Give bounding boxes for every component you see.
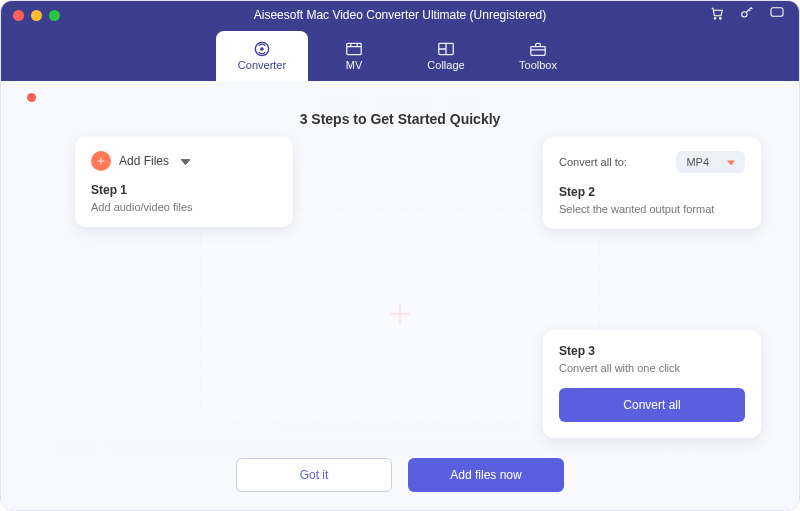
app-window: Aiseesoft Mac Video Converter Ultimate (… — [0, 0, 800, 511]
svg-rect-6 — [347, 43, 361, 54]
svg-point-5 — [261, 48, 263, 50]
add-plus-icon — [91, 151, 111, 171]
onboarding-overlay: 3 Steps to Get Started Quickly Add Files… — [1, 81, 799, 510]
chevron-down-icon — [181, 154, 190, 168]
svg-rect-8 — [531, 47, 545, 56]
minimize-window-button[interactable] — [31, 10, 42, 21]
window-controls — [1, 10, 60, 21]
step-3-card: Step 3 Convert all with one click Conver… — [543, 330, 761, 438]
app-title: Aiseesoft Mac Video Converter Ultimate (… — [254, 8, 547, 22]
toolbox-icon — [528, 41, 548, 57]
convert-all-to-label: Convert all to: — [559, 156, 627, 168]
step-2-desc: Select the wanted output format — [559, 203, 745, 215]
tab-mv[interactable]: MV — [308, 31, 400, 81]
title-bar: Aiseesoft Mac Video Converter Ultimate (… — [1, 1, 799, 29]
nav-bar: Converter MV Collage Toolbox — [1, 29, 799, 81]
step-1-card: Add Files Step 1 Add audio/video files — [75, 137, 293, 227]
feedback-icon[interactable] — [769, 5, 785, 25]
main-area: : 3 Steps to Get Started Quickly Add Fil… — [1, 81, 799, 510]
converter-icon — [252, 41, 272, 57]
maximize-window-button[interactable] — [49, 10, 60, 21]
svg-point-2 — [742, 12, 747, 17]
tab-toolbox[interactable]: Toolbox — [492, 31, 584, 81]
title-actions — [709, 5, 799, 25]
step-1-label: Step 1 — [91, 183, 277, 197]
close-window-button[interactable] — [13, 10, 24, 21]
step-3-label: Step 3 — [559, 344, 745, 358]
key-icon[interactable] — [739, 5, 755, 25]
tab-mv-label: MV — [346, 59, 363, 71]
tab-collage-label: Collage — [427, 59, 464, 71]
svg-point-0 — [714, 18, 716, 20]
triangle-down-icon — [727, 156, 735, 168]
svg-point-1 — [720, 18, 722, 20]
mv-icon — [344, 41, 364, 57]
tab-toolbox-label: Toolbox — [519, 59, 557, 71]
overlay-close-button[interactable] — [27, 93, 36, 102]
output-format-select[interactable]: MP4 — [676, 151, 745, 173]
overlay-title: 3 Steps to Get Started Quickly — [300, 111, 501, 127]
step-2-card: Convert all to: MP4 Step 2 Select the wa… — [543, 137, 761, 229]
overlay-buttons: Got it Add files now — [236, 458, 564, 492]
step-1-desc: Add audio/video files — [91, 201, 277, 213]
tab-converter[interactable]: Converter — [216, 31, 308, 81]
got-it-button[interactable]: Got it — [236, 458, 392, 492]
add-files-label: Add Files — [119, 154, 169, 168]
tab-collage[interactable]: Collage — [400, 31, 492, 81]
convert-all-button[interactable]: Convert all — [559, 388, 745, 422]
collage-icon — [436, 41, 456, 57]
step-2-label: Step 2 — [559, 185, 745, 199]
tab-converter-label: Converter — [238, 59, 286, 71]
output-format-value: MP4 — [686, 156, 709, 168]
cart-icon[interactable] — [709, 5, 725, 25]
add-files-button[interactable]: Add Files — [91, 151, 277, 171]
add-files-now-button[interactable]: Add files now — [408, 458, 564, 492]
step-3-desc: Convert all with one click — [559, 362, 745, 374]
